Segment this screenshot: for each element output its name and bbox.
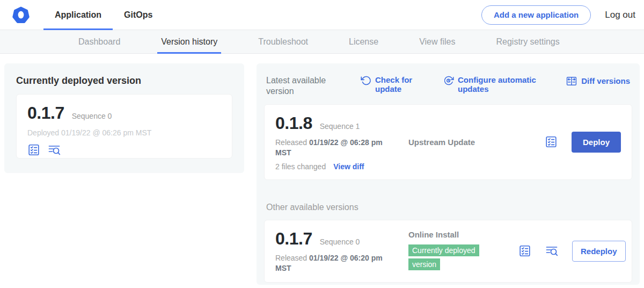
app-sub-nav: Dashboard Version history Troubleshoot L… — [0, 30, 644, 54]
currently-deployed-title: Currently deployed version — [16, 75, 232, 87]
deploy-button[interactable]: Deploy — [572, 132, 621, 153]
add-application-button[interactable]: Add a new application — [481, 5, 591, 25]
deployed-timestamp: Deployed 01/19/22 @ 06:26 pm MST — [27, 128, 221, 137]
deployed-version-number: 0.1.7 — [27, 103, 64, 123]
logout-link[interactable]: Log out — [605, 10, 635, 20]
tab-gitops[interactable]: GitOps — [113, 0, 164, 30]
top-nav-right: Add a new application Log out — [481, 5, 644, 25]
other-version-number: 0.1.7 — [275, 229, 312, 249]
latest-released-timestamp: Released 01/19/22 @ 06:28 pm MST — [275, 138, 385, 158]
latest-source-label: Upstream Update — [408, 138, 518, 147]
other-versions-heading: Other available versions — [264, 203, 632, 212]
top-tabs: Application GitOps — [43, 0, 164, 30]
latest-version-number: 0.1.8 — [275, 113, 312, 133]
configure-automatic-updates-link[interactable]: Configure automatic updates — [443, 75, 548, 94]
files-changed-label: 2 files changed — [275, 162, 326, 171]
latest-available-title: Latest available version — [266, 75, 337, 97]
available-versions-panel: Latest available version Check for updat… — [257, 63, 640, 285]
check-update-refresh-icon — [361, 75, 371, 86]
auto-update-clock-icon — [443, 75, 454, 86]
subnav-troubleshoot[interactable]: Troubleshoot — [257, 30, 310, 53]
deployed-version-card: 0.1.7 Sequence 0 Deployed 01/19/22 @ 06:… — [16, 94, 232, 159]
subnav-version-history[interactable]: Version history — [159, 30, 219, 53]
redeploy-button[interactable]: Redeploy — [572, 241, 626, 262]
preflight-checklist-icon[interactable] — [27, 143, 40, 156]
other-sequence-label: Sequence 0 — [320, 237, 360, 246]
preflight-checklist-icon[interactable] — [545, 135, 558, 148]
app-logo-icon — [12, 6, 30, 24]
check-for-update-link[interactable]: Check for update — [361, 75, 416, 94]
other-released-timestamp: Released 01/19/22 @ 06:20 pm MST — [275, 253, 385, 273]
subnav-dashboard[interactable]: Dashboard — [77, 30, 122, 53]
latest-version-card: 0.1.8 Sequence 1 Released 01/19/22 @ 06:… — [264, 104, 632, 180]
subnav-license[interactable]: License — [347, 30, 380, 53]
view-logs-icon[interactable] — [48, 143, 61, 156]
diff-columns-icon — [566, 75, 577, 87]
version-history-page: Currently deployed version 0.1.7 Sequenc… — [0, 54, 644, 288]
top-nav: Application GitOps Add a new application… — [0, 0, 644, 30]
currently-deployed-badge: Currently deployed version — [408, 244, 479, 270]
preflight-checklist-icon[interactable] — [518, 244, 531, 257]
view-logs-icon[interactable] — [545, 244, 558, 257]
other-source-label: Online Install — [408, 230, 518, 239]
tab-application[interactable]: Application — [43, 0, 113, 30]
view-diff-link[interactable]: View diff — [333, 162, 364, 171]
other-version-card: 0.1.7 Sequence 0 Released 01/19/22 @ 06:… — [264, 220, 632, 283]
latest-sequence-label: Sequence 1 — [320, 122, 360, 131]
subnav-view-files[interactable]: View files — [418, 30, 457, 53]
subnav-registry-settings[interactable]: Registry settings — [494, 30, 561, 53]
diff-versions-link[interactable]: Diff versions — [566, 75, 630, 87]
currently-deployed-panel: Currently deployed version 0.1.7 Sequenc… — [4, 63, 244, 173]
deployed-sequence-label: Sequence 0 — [72, 112, 112, 120]
